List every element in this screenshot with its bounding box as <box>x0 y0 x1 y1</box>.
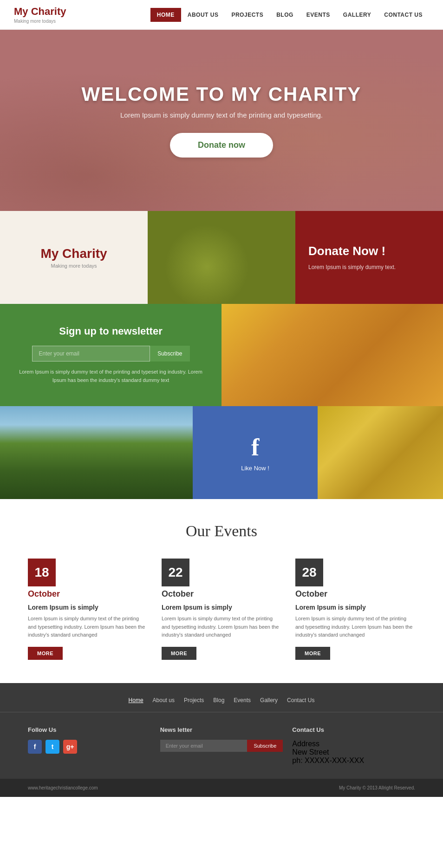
footer-nav-events[interactable]: Events <box>234 697 251 704</box>
newsletter-email-input[interactable] <box>32 346 150 362</box>
footer-nav-blog[interactable]: Blog <box>213 697 224 704</box>
footer-phone: ph: XXXXX-XXX-XXX <box>292 756 364 764</box>
logo-highlight: Charity <box>31 6 66 17</box>
event-card-2: 22 October Lorem Ipsum is simply Lorem I… <box>162 559 281 660</box>
event-month-2: October <box>162 589 281 599</box>
mid-moss-image <box>148 211 295 304</box>
footer-newsletter-title: News letter <box>160 726 283 733</box>
logo: My Charity Making more todays <box>14 6 66 24</box>
leaves-image-placeholder <box>318 406 443 499</box>
event-date-3: 28 <box>295 559 323 586</box>
event-more-button-2[interactable]: MORE <box>162 647 196 660</box>
moss-image-placeholder <box>148 211 295 304</box>
event-date-2: 22 <box>162 559 189 586</box>
event-card-3: 28 October Lorem Ipsum is simply Lorem I… <box>295 559 415 660</box>
event-date-number-2: 22 <box>168 565 182 580</box>
event-card-1: 18 October Lorem Ipsum is simply Lorem I… <box>28 559 148 660</box>
footer-nav-gallery[interactable]: Gallery <box>260 697 278 704</box>
autumn-image-placeholder <box>222 304 443 406</box>
event-title-3: Lorem Ipsum is simply <box>295 604 415 611</box>
footer-nav-projects[interactable]: Projects <box>184 697 204 704</box>
footer-copyright: My Charity © 2013 Allright Reserved. <box>339 785 415 790</box>
newsletter-description: Lorem Ipsum is simply dummy text of the … <box>19 368 203 384</box>
newsletter-form: Subscribe <box>32 346 190 362</box>
footer-nav-home[interactable]: Home <box>129 697 143 704</box>
footer-contact-col: Contact Us Address New Street ph: XXXXX-… <box>292 726 415 765</box>
social-icons: f t g+ <box>28 740 151 754</box>
mid-grid-row2: Sign up to newsletter Subscribe Lorem Ip… <box>0 304 443 406</box>
event-desc-1: Lorem Ipsum is simply dummy text of the … <box>28 615 148 639</box>
footer-website: www.heritagechristiancollege.com <box>28 785 98 790</box>
grass-image-placeholder <box>0 406 193 499</box>
hero-section: WELCOME TO MY CHARITY Lorem Ipsum is sim… <box>0 30 443 211</box>
mid-logo-highlight: Charity <box>62 246 107 261</box>
event-month-3: October <box>295 589 415 599</box>
hero-title: WELCOME TO MY CHARITY <box>82 83 362 105</box>
site-footer: Home About us Projects Blog Events Galle… <box>0 683 443 797</box>
footer-newsletter-form: Subscribe <box>160 740 283 752</box>
footer-newsletter-button[interactable]: Subscribe <box>247 740 283 752</box>
nav-events[interactable]: EVENTS <box>300 8 337 22</box>
footer-follow-title: Follow Us <box>28 726 151 733</box>
footer-follow-col: Follow Us f t g+ <box>28 726 151 765</box>
footer-nav-contact[interactable]: Contact Us <box>287 697 314 704</box>
event-more-button-1[interactable]: MORE <box>28 647 63 660</box>
mid-logo-sub: Making more todays <box>51 263 97 269</box>
event-month-1: October <box>28 589 148 599</box>
logo-text: My Charity <box>14 6 66 18</box>
nav-projects[interactable]: PROJECTS <box>225 8 270 22</box>
event-more-button-3[interactable]: MORE <box>295 647 330 660</box>
events-grid: 18 October Lorem Ipsum is simply Lorem I… <box>28 559 415 660</box>
mid-grid-row1: My Charity Making more todays Donate Now… <box>0 211 443 304</box>
footer-address: Address <box>292 740 319 748</box>
donate-now-desc: Lorem Ipsum is simply dummy text. <box>308 263 396 271</box>
nav-gallery[interactable]: GALLERY <box>337 8 378 22</box>
like-now-text: Like Now ! <box>241 465 269 472</box>
newsletter-title: Sign up to newsletter <box>59 325 162 337</box>
newsletter-subscribe-button[interactable]: Subscribe <box>150 346 189 362</box>
facebook-social-icon[interactable]: f <box>28 740 42 754</box>
mid-logo-cell: My Charity Making more todays <box>0 211 148 304</box>
event-date-1: 18 <box>28 559 56 586</box>
nav-blog[interactable]: BLOG <box>270 8 300 22</box>
hero-content: WELCOME TO MY CHARITY Lorem Ipsum is sim… <box>82 83 362 158</box>
donate-now-title: Donate Now ! <box>308 244 385 258</box>
footer-nav: Home About us Projects Blog Events Galle… <box>0 697 443 712</box>
grass-image <box>0 406 193 499</box>
event-title-2: Lorem Ipsum is simply <box>162 604 281 611</box>
logo-main: My <box>14 6 31 17</box>
footer-bottom: www.heritagechristiancollege.com My Char… <box>0 779 443 797</box>
autumn-leaves-image <box>222 304 443 406</box>
main-nav: HOME ABOUT US PROJECTS BLOG EVENTS GALLE… <box>150 8 429 22</box>
event-date-number-1: 18 <box>34 565 49 580</box>
mid-logo-text: My <box>40 246 62 261</box>
footer-newsletter-col: News letter Subscribe <box>160 726 283 765</box>
nav-contact[interactable]: CONTACT US <box>378 8 429 22</box>
mid-donate-cell: Donate Now ! Lorem Ipsum is simply dummy… <box>295 211 443 304</box>
footer-columns: Follow Us f t g+ News letter Subscribe C… <box>0 712 443 779</box>
twitter-social-icon[interactable]: t <box>46 740 59 754</box>
events-section-title: Our Events <box>28 522 415 540</box>
footer-street: New Street <box>292 748 329 756</box>
donate-now-button[interactable]: Donate now <box>170 133 273 158</box>
nav-about[interactable]: ABOUT US <box>181 8 225 22</box>
mid-logo: My Charity <box>40 246 107 261</box>
newsletter-cell: Sign up to newsletter Subscribe Lorem Ip… <box>0 304 222 406</box>
facebook-icon: f <box>251 434 259 461</box>
event-title-1: Lorem Ipsum is simply <box>28 604 148 611</box>
site-header: My Charity Making more todays HOME ABOUT… <box>0 0 443 30</box>
leaves-image <box>318 406 443 499</box>
footer-contact-title: Contact Us <box>292 726 415 733</box>
events-section: Our Events 18 October Lorem Ipsum is sim… <box>0 499 443 683</box>
facebook-cell[interactable]: f Like Now ! <box>193 406 318 499</box>
footer-contact-info: Address New Street ph: XXXXX-XXX-XXX <box>292 740 415 765</box>
googleplus-social-icon[interactable]: g+ <box>63 740 77 754</box>
hero-subtitle: Lorem Ipsum is simply dummy text of the … <box>82 111 362 119</box>
logo-sub: Making more todays <box>14 19 66 24</box>
nav-home[interactable]: HOME <box>150 8 181 22</box>
event-desc-2: Lorem Ipsum is simply dummy text of the … <box>162 615 281 639</box>
footer-newsletter-input[interactable] <box>160 740 248 752</box>
footer-nav-about[interactable]: About us <box>153 697 175 704</box>
event-date-number-3: 28 <box>302 565 316 580</box>
event-desc-3: Lorem Ipsum is simply dummy text of the … <box>295 615 415 639</box>
